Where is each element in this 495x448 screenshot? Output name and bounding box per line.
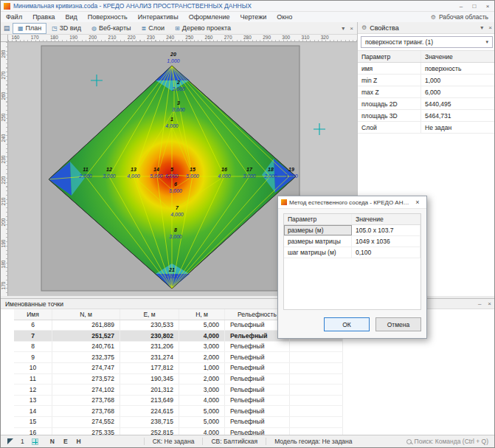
cell[interactable]: Рельефный	[225, 417, 290, 427]
cell[interactable]: 105.0 x 103.7	[352, 225, 420, 235]
coord-toggle-H[interactable]: H	[72, 438, 86, 445]
column-header[interactable]: Параметр	[284, 214, 352, 224]
cell[interactable]: 5464,731	[421, 110, 495, 121]
table-row[interactable]: СлойНе задан	[358, 122, 495, 134]
cell[interactable]: 6	[14, 320, 52, 331]
chevron-down-icon[interactable]: ▾	[342, 25, 345, 32]
menu-item[interactable]: Чертежи	[235, 13, 272, 21]
cursor-mode-icon[interactable]	[7, 438, 13, 444]
cell[interactable]: 230,802	[120, 331, 179, 341]
menu-item[interactable]: Правка	[27, 13, 60, 21]
column-header[interactable]: H, м	[179, 309, 225, 320]
column-header[interactable]: E, м	[120, 309, 179, 320]
cell[interactable]: 240,761	[52, 342, 120, 352]
cell[interactable]: шаг матрицы (м)	[284, 247, 352, 258]
table-row[interactable]: размеры (м)105.0 x 103.7	[284, 225, 420, 236]
cell[interactable]: 273,768	[52, 396, 120, 406]
pane-close-icon[interactable]: ×	[350, 25, 353, 32]
table-row[interactable]: 15274,552238,7155,000Рельефный	[14, 417, 343, 428]
table-row[interactable]: 9232,375231,2742,000Рельефный	[14, 352, 343, 363]
menu-item[interactable]: Интерактивы	[133, 13, 184, 21]
cell[interactable]: 251,527	[52, 331, 120, 341]
table-row[interactable]: 10274,747177,8121,000Рельефный	[14, 363, 343, 374]
cell[interactable]: 177,812	[120, 363, 179, 373]
cell[interactable]: размеры матрицы	[284, 236, 352, 247]
menu-item[interactable]: Вид	[60, 13, 83, 21]
cell[interactable]	[290, 363, 343, 373]
cell[interactable]: 274,747	[52, 363, 120, 373]
table-row[interactable]: 12274,102201,3123,000Рельефный	[14, 385, 343, 396]
object-selector-dropdown[interactable]: поверхности трианг. (1) ▾	[361, 36, 493, 48]
panel-minimize-icon[interactable]: –	[478, 300, 481, 307]
cell[interactable]: 190,345	[120, 374, 179, 385]
table-row[interactable]: 13273,768213,6494,000Рельефный	[14, 396, 343, 407]
cell[interactable]: Рельефный	[225, 352, 290, 362]
dialog-title-bar[interactable]: Метод естественного соседа - КРЕДО АНАЛИ…	[278, 196, 426, 209]
cell[interactable]: размеры (м)	[284, 225, 352, 235]
menu-item[interactable]: Файл	[1, 13, 27, 21]
table-row[interactable]: шаг матрицы (м)0,100	[284, 247, 420, 258]
column-header[interactable]: Имя	[14, 309, 52, 320]
cell[interactable]	[290, 406, 343, 416]
cell[interactable]	[290, 385, 343, 395]
menu-item[interactable]: Оформление	[184, 13, 235, 21]
cell[interactable]: 201,312	[120, 385, 179, 395]
cell[interactable]: min Z	[358, 75, 421, 86]
cell[interactable]	[290, 396, 343, 406]
panel-close-icon[interactable]: ×	[488, 24, 492, 31]
cell[interactable]: Рельефный	[225, 385, 290, 395]
cell[interactable]: 3,000	[179, 385, 225, 395]
cell[interactable]: 0,100	[352, 247, 420, 258]
cell[interactable]: 1049 x 1036	[352, 236, 420, 247]
cell[interactable]: 7	[14, 331, 52, 341]
cell[interactable]: 273,768	[52, 406, 120, 416]
cell[interactable]: Рельефный	[225, 363, 290, 373]
cell[interactable]: Рельефный	[225, 406, 290, 416]
column-header[interactable]: N, м	[52, 309, 120, 320]
cell[interactable]: 13	[14, 396, 52, 406]
table-row[interactable]: площадь 2D5440,495	[358, 98, 495, 110]
table-row[interactable]: 11273,572190,3452,000Рельефный	[14, 374, 343, 385]
tab-cube[interactable]: ◳3D вид	[46, 23, 86, 34]
cell[interactable]: 5,000	[179, 417, 225, 427]
cell[interactable]: 4,000	[179, 331, 225, 341]
cell[interactable]	[290, 352, 343, 362]
cell[interactable]: max Z	[358, 86, 421, 97]
cell[interactable]: 4,000	[179, 396, 225, 406]
cell[interactable]: 2,000	[179, 352, 225, 362]
dialog-close-icon[interactable]: ×	[412, 199, 423, 206]
cell[interactable]: 10	[14, 363, 52, 373]
column-header[interactable]: Значение	[421, 51, 495, 62]
cell[interactable]: 2,000	[179, 374, 225, 385]
menu-item[interactable]: Поверхность	[83, 13, 133, 21]
snap-grid-icon[interactable]	[32, 438, 38, 445]
maximize-button[interactable]: □	[468, 1, 481, 11]
cancel-button[interactable]: Отмена	[375, 317, 421, 331]
cell[interactable]: 3,000	[179, 342, 225, 352]
cell[interactable]: 274,102	[52, 385, 120, 395]
cell[interactable]	[290, 342, 343, 352]
cell[interactable]: 261,889	[52, 320, 120, 331]
cell[interactable]: 273,572	[52, 374, 120, 385]
cell[interactable]: 231,274	[120, 352, 179, 362]
cell[interactable]: Рельефный	[225, 374, 290, 385]
command-search[interactable]: Поиск: Команда (Ctrl + Q)	[406, 438, 495, 445]
column-header[interactable]: Значение	[352, 214, 420, 224]
cell[interactable]: 1,000	[421, 75, 495, 86]
cell[interactable]: 6,000	[421, 86, 495, 97]
minimize-button[interactable]: –	[454, 1, 468, 11]
column-header[interactable]: Параметр	[358, 51, 421, 62]
cell[interactable]: 9	[14, 352, 52, 362]
table-row[interactable]: max Z6,000	[358, 86, 495, 98]
table-row[interactable]: 14273,768224,6155,000Рельефный	[14, 406, 343, 417]
menu-item[interactable]: Окно	[271, 13, 297, 21]
tab-layers[interactable]: ≣Слои	[136, 23, 170, 34]
cell[interactable]: имя	[358, 63, 421, 74]
table-row[interactable]: min Z1,000	[358, 75, 495, 86]
cell[interactable]: Не задан	[421, 122, 495, 133]
panel-close-icon[interactable]: ×	[488, 300, 491, 307]
table-row[interactable]: размеры матрицы1049 x 1036	[284, 236, 420, 247]
cell[interactable]: 14	[14, 406, 52, 416]
cell[interactable]: поверхность	[421, 63, 495, 74]
tab-plan[interactable]: ▦План	[13, 23, 46, 34]
